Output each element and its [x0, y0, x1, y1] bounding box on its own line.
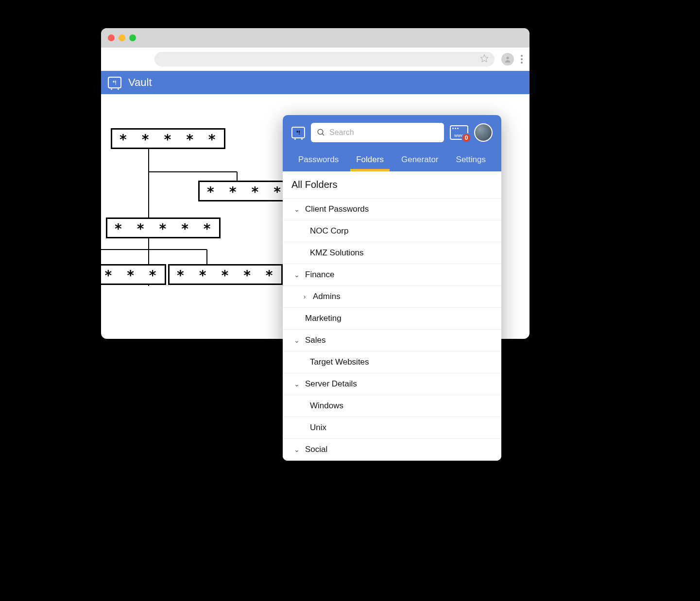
diagram-node-leaf-left: * * * * * [101, 264, 166, 285]
browser-menu-icon[interactable] [521, 55, 523, 64]
popup-tabs: Passwords Folders Generator Settings [291, 151, 493, 171]
sites-button[interactable]: www 0 [450, 125, 468, 140]
folder-kmz-solutions[interactable]: KMZ Solutions [283, 242, 501, 264]
bookmark-star-icon[interactable] [480, 54, 489, 65]
popup-header: *! www 0 Passwords Folders Generator Set… [283, 115, 501, 171]
vault-popup: *! www 0 Passwords Folders Generator Set… [283, 115, 501, 461]
folder-finance[interactable]: ⌄ Finance [283, 264, 501, 286]
folder-list: All Folders ⌄ Client Passwords NOC Corp … [283, 171, 501, 461]
folder-marketing[interactable]: Marketing [283, 308, 501, 330]
folder-label: Marketing [305, 314, 341, 323]
url-bar[interactable] [154, 52, 495, 67]
folder-client-passwords[interactable]: ⌄ Client Passwords [283, 199, 501, 220]
user-avatar[interactable] [474, 123, 493, 142]
folders-heading: All Folders [283, 171, 501, 199]
app-title: Vault [128, 76, 152, 89]
folder-label: Windows [310, 401, 343, 411]
browser-profile-icon[interactable] [501, 53, 514, 66]
folder-sales[interactable]: ⌄ Sales [283, 330, 501, 351]
notification-badge: 0 [461, 133, 471, 143]
tab-settings[interactable]: Settings [453, 151, 489, 171]
chevron-down-icon: ⌄ [293, 446, 300, 453]
tab-passwords[interactable]: Passwords [295, 151, 341, 171]
folder-label: Social [305, 445, 327, 454]
folder-target-websites[interactable]: Target Websites [283, 351, 501, 373]
browser-toolbar [101, 48, 529, 71]
folder-label: KMZ Solutions [310, 248, 364, 258]
folder-label: Target Websites [310, 357, 369, 367]
minimize-window-icon[interactable] [119, 34, 125, 41]
search-box[interactable] [311, 123, 444, 142]
diagram-node-mid: * * * * * [106, 217, 221, 238]
folder-server-details[interactable]: ⌄ Server Details [283, 373, 501, 395]
folder-label: Finance [305, 270, 334, 280]
svg-marker-0 [481, 55, 488, 62]
folder-unix[interactable]: Unix [283, 417, 501, 439]
chevron-down-icon: ⌄ [293, 380, 300, 388]
chevron-down-icon: ⌄ [293, 205, 300, 213]
folder-label: Unix [310, 423, 326, 433]
search-input[interactable] [329, 128, 438, 137]
diagram-node-root: * * * * * [111, 128, 225, 149]
chevron-down-icon: ⌄ [293, 336, 300, 344]
folder-admins[interactable]: › Admins [283, 286, 501, 308]
diagram-node-leaf-right: * * * * * [168, 264, 283, 285]
folder-social[interactable]: ⌄ Social [283, 439, 501, 461]
svg-point-1 [506, 57, 509, 59]
chevron-down-icon: ⌄ [293, 271, 300, 279]
chevron-right-icon: › [301, 293, 308, 300]
folder-label: Client Passwords [305, 204, 369, 214]
tab-folders[interactable]: Folders [353, 151, 387, 171]
svg-point-8 [318, 129, 323, 134]
folder-label: Sales [305, 335, 326, 345]
password-tree-diagram: * * * * * * * * * * * * * * * * * * * * … [101, 123, 295, 298]
folder-noc-corp[interactable]: NOC Corp [283, 220, 501, 242]
folder-label: Admins [313, 292, 341, 301]
maximize-window-icon[interactable] [129, 34, 136, 41]
folder-label: Server Details [305, 379, 357, 389]
close-window-icon[interactable] [108, 34, 115, 41]
window-titlebar [101, 28, 529, 48]
tab-generator[interactable]: Generator [398, 151, 442, 171]
vault-logo-icon: *! [108, 77, 121, 88]
search-icon [317, 128, 325, 137]
app-header: *! Vault [101, 71, 529, 94]
svg-line-9 [322, 134, 324, 135]
folder-windows[interactable]: Windows [283, 395, 501, 417]
folder-label: NOC Corp [310, 226, 348, 236]
popup-top-bar: *! www 0 [291, 123, 493, 142]
popup-logo-icon: *! [291, 127, 305, 138]
